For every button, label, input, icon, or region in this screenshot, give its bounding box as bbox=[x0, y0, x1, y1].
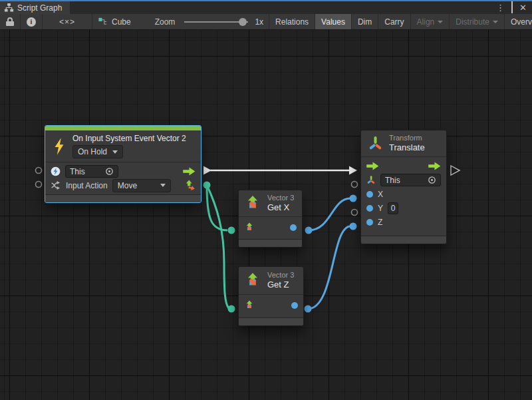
event-input-action-row: Input Action Move bbox=[45, 178, 201, 192]
toolbar-button-dim[interactable]: Dim bbox=[352, 14, 378, 29]
graph-node-icon bbox=[98, 17, 108, 27]
node-on-input-system-event[interactable]: On Input System Event Vector 2 On Hold T… bbox=[45, 125, 201, 203]
flow-input-arrow-icon[interactable] bbox=[366, 162, 379, 170]
transform-y-row: Y 0 bbox=[361, 201, 446, 215]
chevron-down-icon bbox=[160, 184, 166, 187]
node-category: Vector 3 bbox=[267, 271, 294, 280]
info-button[interactable]: i bbox=[21, 14, 43, 29]
script-graph-icon bbox=[4, 3, 14, 13]
x-input-port[interactable] bbox=[366, 191, 373, 198]
zoom-label: Zoom bbox=[155, 17, 176, 27]
node-transform-translate[interactable]: Transform Translate bbox=[360, 130, 447, 244]
code-icon: <×> bbox=[59, 17, 75, 27]
event-this-field[interactable]: This bbox=[65, 165, 118, 178]
event-mode-dropdown[interactable]: On Hold bbox=[72, 145, 123, 158]
transform-icon bbox=[368, 135, 383, 152]
getx-port-row bbox=[239, 219, 302, 236]
tab-script-graph[interactable]: Script Graph bbox=[0, 1, 70, 14]
transform-z-row: Z bbox=[361, 215, 446, 229]
node-category: Transform bbox=[389, 134, 425, 142]
node-title: Translate bbox=[389, 142, 425, 153]
info-icon: i bbox=[27, 17, 36, 27]
z-input-port[interactable] bbox=[366, 219, 373, 226]
graph-target-label[interactable]: Cube bbox=[112, 17, 131, 27]
event-this-row: This bbox=[45, 164, 201, 178]
chevron-down-icon bbox=[493, 21, 498, 23]
transform-x-row: X bbox=[361, 187, 446, 201]
float-output-port[interactable] bbox=[290, 224, 297, 231]
vector3-input-icon[interactable] bbox=[244, 222, 255, 233]
maximize-icon bbox=[511, 1, 513, 13]
getz-port-row bbox=[239, 297, 303, 314]
zoom-value: 1x bbox=[255, 17, 263, 27]
object-picker-icon[interactable] bbox=[105, 167, 114, 176]
node-footer bbox=[45, 194, 201, 202]
flow-output-arrow-icon[interactable] bbox=[183, 167, 196, 176]
node-vector3-get-z[interactable]: Vector 3 Get Z bbox=[238, 266, 304, 326]
edit-graph-button[interactable]: <×> bbox=[43, 14, 92, 29]
toolbar-button-values[interactable]: Values bbox=[315, 14, 352, 29]
lightning-bolt-icon bbox=[52, 137, 66, 156]
chevron-down-icon bbox=[438, 21, 443, 23]
node-category: Vector 3 bbox=[267, 194, 294, 202]
vector3-icon bbox=[244, 195, 261, 212]
lock-button[interactable] bbox=[0, 14, 21, 29]
node-footer bbox=[239, 317, 303, 325]
node-footer bbox=[361, 236, 446, 244]
transform-flow-row bbox=[361, 159, 446, 173]
node-footer bbox=[239, 239, 302, 247]
transform-this-field[interactable]: This bbox=[380, 174, 441, 186]
window-controls: ⋮ ✕ bbox=[496, 1, 532, 14]
float-output-port[interactable] bbox=[291, 302, 298, 309]
object-picker-icon[interactable] bbox=[428, 176, 436, 184]
tab-bar: Script Graph ⋮ ✕ bbox=[0, 1, 532, 14]
flow-output-arrow-icon[interactable] bbox=[428, 162, 441, 170]
node-title: Get X bbox=[267, 202, 294, 213]
y-input-port[interactable] bbox=[366, 205, 373, 212]
input-action-dropdown[interactable]: Move bbox=[112, 179, 171, 192]
close-icon[interactable]: ✕ bbox=[519, 3, 527, 12]
node-vector3-get-x[interactable]: Vector 3 Get X bbox=[238, 190, 303, 248]
unity-visual-scripting-window: Script Graph ⋮ ✕ i <×> Cube Zoom 1x bbox=[0, 0, 532, 400]
toolbar-button-carry[interactable]: Carry bbox=[378, 14, 410, 29]
lock-icon bbox=[6, 17, 14, 26]
event-color-strip bbox=[45, 126, 201, 130]
zoom-slider[interactable] bbox=[184, 21, 248, 23]
maximize-button[interactable] bbox=[511, 3, 513, 13]
node-title: On Input System Event Vector 2 bbox=[72, 134, 186, 144]
toolbar-button-relations[interactable]: Relations bbox=[269, 14, 315, 29]
zoom-slider-handle[interactable] bbox=[239, 18, 247, 26]
transform-mini-icon bbox=[366, 175, 376, 185]
node-title: Get Z bbox=[267, 280, 294, 290]
y-value-field[interactable]: 0 bbox=[388, 202, 398, 214]
chevron-down-icon bbox=[112, 150, 118, 154]
input-action-label: Input Action bbox=[66, 181, 108, 190]
event-target-icon bbox=[51, 166, 61, 176]
tab-title: Script Graph bbox=[17, 3, 62, 13]
menu-icon[interactable]: ⋮ bbox=[496, 3, 505, 12]
vector3-icon bbox=[244, 272, 261, 290]
window-focus-highlight bbox=[0, 0, 532, 1]
vector2-output-icon[interactable] bbox=[185, 179, 196, 192]
input-action-icon bbox=[51, 180, 61, 190]
graph-reference-segment: Cube Zoom 1x bbox=[92, 14, 269, 29]
graph-toolbar: i <×> Cube Zoom 1x Relations Values Dim … bbox=[0, 14, 532, 30]
transform-this-row: This bbox=[361, 173, 446, 187]
vector3-input-icon[interactable] bbox=[244, 300, 255, 311]
toolbar-button-overview[interactable]: Overview bbox=[505, 14, 532, 29]
toolbar-button-align[interactable]: Align bbox=[411, 14, 450, 29]
toolbar-button-distribute[interactable]: Distribute bbox=[450, 14, 505, 29]
